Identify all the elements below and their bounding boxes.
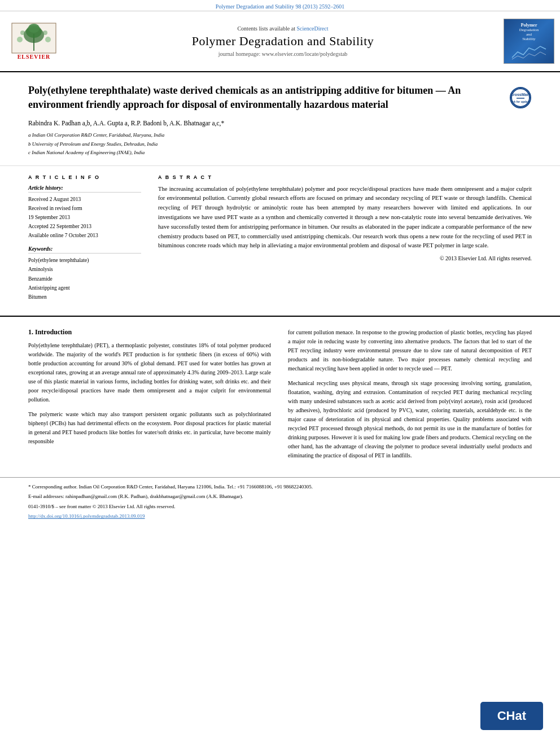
page-footer: * Corresponding author. Indian Oil Corpo… [0, 477, 560, 528]
corresponding-note: * Corresponding author. Indian Oil Corpo… [28, 483, 532, 491]
history-title: Article history: [28, 185, 141, 193]
journal-cover-area: Polymer Degradation and Stability [498, 16, 560, 67]
email-text: E-mail addresses: rahinpadhan@gmail.com … [28, 493, 243, 499]
corresponding-text: * Corresponding author. Indian Oil Corpo… [28, 484, 313, 490]
copyright-line: © 2013 Elsevier Ltd. All rights reserved… [158, 255, 532, 261]
history-item-3: Accepted 22 September 2013 [28, 222, 141, 231]
main-body-section: 1. Introduction Poly(ethylene terephthal… [0, 317, 560, 477]
doi-link[interactable]: http://dx.doi.org/10.1016/j.polymdegrads… [28, 513, 145, 519]
cover-line-3: and [526, 32, 532, 37]
chat-button[interactable]: CHat [480, 702, 543, 730]
right-para-1: for current pollution menace. In respons… [288, 328, 532, 373]
svg-point-7 [20, 30, 25, 35]
elsevier-logo-area: ELSEVIER [0, 16, 68, 67]
svg-point-9 [511, 89, 530, 107]
affiliations: a Indian Oil Corporation R&D Center, Far… [28, 131, 532, 156]
elsevier-emblem-svg [11, 23, 56, 54]
article-history-block: Article history: Received 2 August 2013 … [28, 185, 141, 241]
svg-text:CrossMark: CrossMark [511, 93, 530, 97]
journal-header: ELSEVIER Contents lists available at Sci… [0, 11, 560, 72]
cover-line-4: Stability [522, 37, 536, 41]
elsevier-text: ELSEVIER [18, 54, 51, 60]
body-right-column: for current pollution menace. In respons… [288, 328, 532, 466]
crossmark-logo[interactable]: CrossMark click for updates [509, 86, 532, 109]
article-title-section: Poly(ethylene terephthalate) waste deriv… [0, 72, 560, 166]
journal-title: Polymer Degradation and Stability [79, 34, 487, 49]
elsevier-logo: ELSEVIER [11, 23, 56, 60]
keywords-block: Keywords: Poly(ethylene terephthalate) A… [28, 246, 141, 302]
history-item-1: Received in revised form [28, 204, 141, 213]
keyword-3: Antistripping agent [28, 283, 141, 292]
article-info-abstract-section: A R T I C L E I N F O Article history: R… [0, 166, 560, 317]
svg-point-6 [45, 37, 51, 42]
authors-line: Rabindra K. Padhan a,b, A.A. Gupta a, R.… [28, 120, 532, 126]
contents-line: Contents lists available at ScienceDirec… [79, 25, 487, 32]
affiliation-c: c Indian National Academy of Engineering… [28, 148, 532, 156]
issn-text: 0141-3910/$ – see front matter © 2013 El… [28, 504, 176, 509]
cover-decoration [509, 43, 549, 60]
history-item-0: Received 2 August 2013 [28, 195, 141, 204]
keyword-0: Poly(ethylene terephthalate) [28, 256, 141, 265]
crossmark-icon: CrossMark click for updates [510, 87, 531, 108]
abstract-column: A B S T R A C T The increasing accumulat… [158, 174, 532, 307]
article-info-column: A R T I C L E I N F O Article history: R… [28, 174, 141, 307]
keywords-title: Keywords: [28, 246, 141, 254]
article-title-block: Poly(ethylene terephthalate) waste deriv… [28, 84, 532, 112]
keyword-4: Bitumen [28, 292, 141, 302]
abstract-text: The increasing accumulation of poly(ethy… [158, 185, 532, 251]
history-content: Received 2 August 2013 Received in revis… [28, 195, 141, 241]
keyword-2: Benzamide [28, 274, 141, 283]
svg-point-8 [43, 30, 47, 35]
intro-para-1: Poly(ethylene terephthalate) (PET), a th… [28, 341, 271, 404]
svg-point-5 [17, 37, 23, 42]
journal-cover: Polymer Degradation and Stability [504, 19, 554, 64]
svg-point-4 [28, 24, 40, 33]
affiliation-a: a Indian Oil Corporation R&D Center, Far… [28, 131, 532, 139]
doi-note: http://dx.doi.org/10.1016/j.polymdegrads… [28, 513, 532, 521]
cover-line-1: Polymer [521, 23, 537, 28]
journal-header-center: Contents lists available at ScienceDirec… [68, 16, 498, 67]
contents-text: Contents lists available at [237, 25, 296, 32]
keywords-content: Poly(ethylene terephthalate) Aminolysis … [28, 256, 141, 302]
article-info-label: A R T I C L E I N F O [28, 174, 141, 180]
journal-reference-bar: Polymer Degradation and Stability 98 (20… [0, 0, 560, 11]
journal-ref-text: Polymer Degradation and Stability 98 (20… [216, 3, 344, 10]
intro-heading: 1. Introduction [28, 328, 271, 337]
email-note: E-mail addresses: rahinpadhan@gmail.com … [28, 493, 532, 501]
sciencedirect-link[interactable]: ScienceDirect [296, 25, 328, 32]
history-item-2: 19 September 2013 [28, 213, 141, 222]
article-title-text: Poly(ethylene terephthalate) waste deriv… [28, 84, 498, 112]
body-left-column: 1. Introduction Poly(ethylene terephthal… [28, 328, 271, 466]
cover-line-2: Degradation [519, 28, 539, 32]
keyword-1: Aminolysis [28, 265, 141, 274]
intro-para-2: The polymeric waste which may also trans… [28, 410, 271, 446]
history-item-4: Available online 7 October 2013 [28, 231, 141, 240]
journal-homepage: journal homepage: www.elsevier.com/locat… [79, 51, 487, 57]
affiliation-b: b University of Petroleum and Energy Stu… [28, 140, 532, 148]
right-para-2: Mechanical recycling uses physical means… [288, 379, 532, 460]
svg-text:click for updates: click for updates [511, 100, 530, 103]
abstract-label: A B S T R A C T [158, 174, 532, 180]
issn-note: 0141-3910/$ – see front matter © 2013 El… [28, 503, 532, 511]
